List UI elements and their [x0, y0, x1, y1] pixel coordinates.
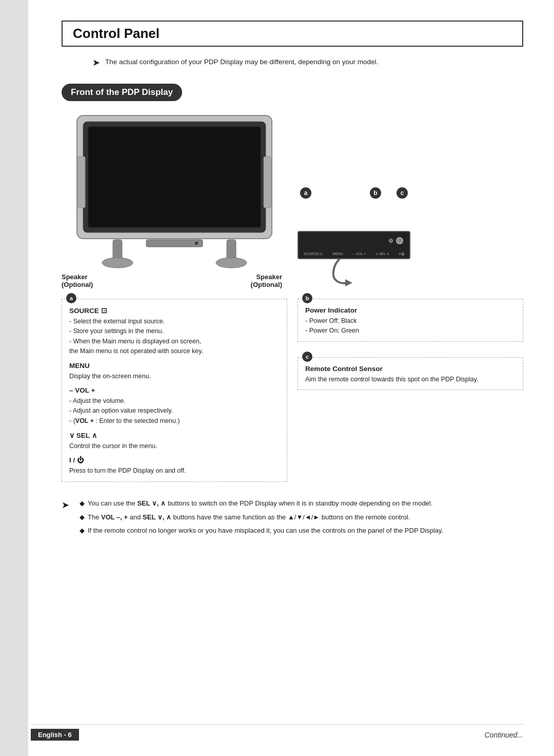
vol-item-2: Adjust an option value respectively. [69, 406, 280, 416]
vol-item-1: Adjust the volume. [69, 396, 280, 406]
desc-section: a SOURCE ⊡ Select the external input sou… [62, 299, 523, 488]
bottom-note-1: You can use the SEL ∨, ∧ buttons to swit… [80, 498, 443, 509]
source-item-2: Store your settings in the menu. [69, 326, 280, 336]
desc-box-b: b Power Indicator Power Off; Black Power… [298, 299, 523, 342]
speaker-labels: Speaker (Optional) Speaker (Optional) [62, 273, 287, 288]
control-bar-labels: SOURCE ⊡ MENU – VOL + ∨ SEL ∧ I/⏻ [299, 252, 409, 256]
intro-note: ➤ The actual configuration of your PDP D… [92, 57, 523, 68]
control-bar-detail: SOURCE ⊡ MENU – VOL + ∨ SEL ∧ I/⏻ [298, 231, 410, 259]
label-c: c [397, 187, 408, 199]
tv-graphic: Speaker (Optional) Speaker (Optional) [62, 110, 287, 288]
desc-box-c: c Remote Control Sensor Aim the remote c… [298, 357, 523, 390]
page: Control Panel ➤ The actual configuration… [0, 0, 554, 756]
power-desc: Press to turn the PDP Display on and off… [69, 466, 280, 476]
power-indicator-item-2: Power On; Green [305, 326, 516, 336]
arrow-icon: ➤ [92, 57, 100, 68]
power-indicator-list: Power Off; Black Power On; Green [305, 316, 516, 336]
box-label-c: c [302, 352, 312, 362]
desc-box-a: a SOURCE ⊡ Select the external input sou… [62, 299, 287, 482]
abc-labels-row: a b c [298, 187, 410, 199]
bottom-notes: ➤ You can use the SEL ∨, ∧ buttons to sw… [62, 498, 523, 539]
title-bar: Control Panel [62, 21, 523, 47]
vol-list: Adjust the volume. Adjust an option valu… [69, 396, 280, 426]
source-item-3: When the Main menu is displayed on scree… [69, 337, 280, 357]
vol-heading: – VOL + [69, 386, 280, 394]
power-heading: I / ⏻ [69, 456, 280, 464]
bottom-notes-list: You can use the SEL ∨, ∧ buttons to swit… [80, 498, 443, 539]
power-indicator-item-1: Power Off; Black [305, 316, 516, 326]
svg-rect-2 [88, 127, 261, 227]
source-heading: SOURCE ⊡ [69, 306, 280, 315]
page-title: Control Panel [73, 26, 512, 42]
label-a: a [300, 187, 311, 199]
intro-text: The actual configuration of your PDP Dis… [105, 57, 378, 67]
desc-right: b Power Indicator Power Off; Black Power… [298, 299, 523, 488]
remote-sensor-heading: Remote Control Sensor [305, 365, 516, 373]
svg-point-7 [102, 258, 133, 268]
section-header: Front of the PDP Display [62, 84, 182, 101]
sel-desc: Control the cursor in the menu. [69, 441, 280, 451]
source-item-1: Select the external input source. [69, 317, 280, 326]
power-indicator-heading: Power Indicator [305, 306, 516, 314]
detail-area: a b c SOURCE ⊡ MENU – VOL + ∨ SEL ∧ I/⏻ [298, 187, 410, 288]
footer: English - 6 Continued... [31, 724, 523, 741]
label-b: b [370, 187, 381, 199]
menu-desc: Display the on-screen menu. [69, 372, 280, 381]
svg-rect-10 [264, 157, 271, 208]
box-label-a: a [66, 293, 76, 303]
content: Control Panel ➤ The actual configuration… [62, 21, 523, 539]
tv-svg [62, 110, 287, 269]
right-speaker-label: Speaker (Optional) [251, 273, 282, 288]
svg-rect-3 [146, 240, 203, 247]
bottom-note-3: If the remote control no longer works or… [80, 526, 443, 536]
box-label-b: b [302, 293, 312, 303]
svg-point-8 [216, 258, 247, 268]
desc-left: a SOURCE ⊡ Select the external input sou… [62, 299, 287, 488]
source-list: Select the external input source. Store … [69, 317, 280, 357]
bottom-arrow-icon: ➤ [62, 499, 69, 511]
remote-sensor-desc: Aim the remote control towards this spot… [305, 375, 516, 384]
bottom-note-2: The VOL –, + and SEL ∨, ∧ buttons have t… [80, 512, 443, 523]
svg-point-4 [195, 242, 198, 245]
left-speaker-label: Speaker (Optional) [62, 273, 93, 288]
continued-text: Continued... [485, 731, 524, 739]
lang-page: English - 6 [31, 729, 79, 741]
sel-heading: ∨ SEL ∧ [69, 431, 280, 439]
vol-item-3: (VOL + : Enter to the selected menu.) [69, 416, 280, 426]
menu-heading: MENU [69, 362, 280, 370]
svg-rect-9 [78, 157, 85, 208]
left-sidebar [0, 0, 28, 756]
svg-marker-11 [345, 279, 352, 286]
tv-and-detail: Speaker (Optional) Speaker (Optional) a … [62, 110, 523, 288]
